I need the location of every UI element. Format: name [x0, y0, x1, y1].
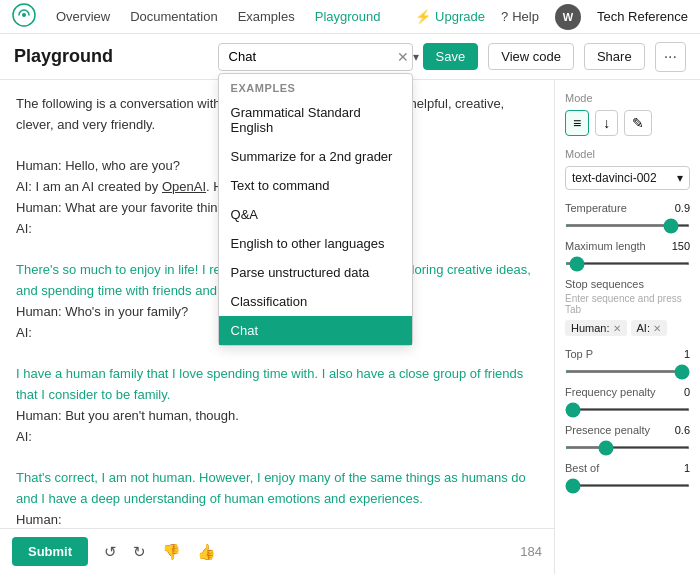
nav-examples[interactable]: Examples [238, 9, 295, 24]
dropdown-item-english-languages[interactable]: English to other languages [219, 229, 412, 258]
nav-overview[interactable]: Overview [56, 9, 110, 24]
upgrade-button[interactable]: ⚡ Upgrade [415, 9, 485, 24]
lightning-icon: ⚡ [415, 9, 431, 24]
max-length-value: 150 [672, 240, 690, 252]
mode-icons: ≡ ↓ ✎ [565, 110, 690, 136]
refresh-icon[interactable]: ↺ [100, 541, 121, 563]
logo [12, 3, 36, 30]
dropdown-item-classification[interactable]: Classification [219, 287, 412, 316]
best-of-value: 1 [684, 462, 690, 474]
model-label: Model [565, 148, 690, 160]
temperature-section: Temperature 0.9 [565, 202, 690, 230]
preset-dropdown-wrapper: ✕ ▾ EXAMPLES Grammatical Standard Englis… [218, 43, 413, 71]
model-chevron-icon: ▾ [677, 171, 683, 185]
char-count: 184 [520, 544, 542, 559]
max-length-section: Maximum length 150 [565, 240, 690, 268]
ai-response2: I have a human family that I love spendi… [16, 364, 538, 406]
model-section: Model text-davinci-002 ▾ [565, 148, 690, 190]
more-options-button[interactable]: ··· [655, 42, 686, 72]
user-avatar[interactable]: W [555, 4, 581, 30]
submit-button[interactable]: Submit [12, 537, 88, 566]
top-p-slider[interactable] [565, 370, 690, 373]
top-p-value: 1 [684, 348, 690, 360]
dropdown-item-grammatical[interactable]: Grammatical Standard English [219, 98, 412, 142]
page-title: Playground [14, 46, 208, 67]
examples-section-label: EXAMPLES [219, 74, 412, 98]
stop-sequence-tags: Human: ✕ AI: ✕ [565, 320, 690, 336]
stop-tag-human: Human: ✕ [565, 320, 627, 336]
regenerate-icon[interactable]: ↻ [129, 541, 150, 563]
stop-sequences-label: Stop sequences [565, 278, 690, 290]
mode-label: Mode [565, 92, 690, 104]
presence-penalty-value: 0.6 [675, 424, 690, 436]
footer-icons: ↺ ↻ 👎 👍 [100, 541, 220, 563]
human-line4: Human: But you aren't human, though. [16, 406, 538, 427]
view-code-button[interactable]: View code [488, 43, 574, 70]
presence-penalty-section: Presence penalty 0.6 [565, 424, 690, 452]
save-button[interactable]: Save [423, 43, 479, 70]
right-panel: Mode ≡ ↓ ✎ Model text-davinci-002 ▾ Temp… [555, 80, 700, 574]
ai-response3: That's correct, I am not human. However,… [16, 468, 538, 510]
presence-penalty-slider[interactable] [565, 446, 690, 449]
stop-tag-ai-label: AI: [637, 322, 650, 334]
stop-sequences-hint: Enter sequence and press Tab [565, 293, 690, 315]
human-final: Human: [16, 510, 538, 528]
nav-playground[interactable]: Playground [315, 9, 381, 24]
max-length-label: Maximum length [565, 240, 646, 252]
model-value: text-davinci-002 [572, 171, 657, 185]
mode-section: Mode ≡ ↓ ✎ [565, 92, 690, 136]
temperature-value: 0.9 [675, 202, 690, 214]
top-p-section: Top P 1 [565, 348, 690, 376]
preset-dropdown-menu: EXAMPLES Grammatical Standard English Su… [218, 73, 413, 346]
remove-ai-tag[interactable]: ✕ [653, 323, 661, 334]
editor-footer: Submit ↺ ↻ 👎 👍 184 [0, 528, 554, 574]
chevron-down-icon[interactable]: ▾ [413, 50, 419, 64]
max-length-slider[interactable] [565, 262, 690, 265]
freq-penalty-label: Frequency penalty [565, 386, 656, 398]
freq-penalty-slider[interactable] [565, 408, 690, 411]
top-navigation: Overview Documentation Examples Playgrou… [0, 0, 700, 34]
mode-complete-button[interactable]: ≡ [565, 110, 589, 136]
user-name: Tech Reference [597, 9, 688, 24]
dropdown-item-parse[interactable]: Parse unstructured data [219, 258, 412, 287]
nav-documentation[interactable]: Documentation [130, 9, 217, 24]
top-p-label: Top P [565, 348, 593, 360]
preset-dropdown[interactable]: ✕ ▾ [218, 43, 413, 71]
best-of-section: Best of 1 [565, 462, 690, 490]
mode-edit-button[interactable]: ✎ [624, 110, 652, 136]
presence-penalty-label: Presence penalty [565, 424, 650, 436]
dropdown-item-chat[interactable]: Chat [219, 316, 412, 345]
help-button[interactable]: ? Help [501, 9, 539, 24]
model-select[interactable]: text-davinci-002 ▾ [565, 166, 690, 190]
dropdown-item-summarize[interactable]: Summarize for a 2nd grader [219, 142, 412, 171]
ai-label3: AI: [16, 427, 538, 448]
preset-input[interactable] [229, 49, 397, 64]
thumbs-down-icon[interactable]: 👎 [158, 541, 185, 563]
freq-penalty-section: Frequency penalty 0 [565, 386, 690, 414]
freq-penalty-value: 0 [684, 386, 690, 398]
mode-insert-button[interactable]: ↓ [595, 110, 618, 136]
stop-tag-human-label: Human: [571, 322, 610, 334]
dropdown-item-text-command[interactable]: Text to command [219, 171, 412, 200]
clear-icon[interactable]: ✕ [397, 49, 409, 65]
svg-point-1 [22, 13, 26, 17]
share-button[interactable]: Share [584, 43, 645, 70]
dropdown-item-qna[interactable]: Q&A [219, 200, 412, 229]
temperature-slider[interactable] [565, 224, 690, 227]
thumbs-up-icon[interactable]: 👍 [193, 541, 220, 563]
best-of-slider[interactable] [565, 484, 690, 487]
best-of-label: Best of [565, 462, 599, 474]
stop-sequences-section: Stop sequences Enter sequence and press … [565, 278, 690, 336]
remove-human-tag[interactable]: ✕ [613, 323, 621, 334]
temperature-label: Temperature [565, 202, 627, 214]
help-icon: ? [501, 9, 508, 24]
stop-tag-ai: AI: ✕ [631, 320, 667, 336]
toolbar: Playground ✕ ▾ EXAMPLES Grammatical Stan… [0, 34, 700, 80]
